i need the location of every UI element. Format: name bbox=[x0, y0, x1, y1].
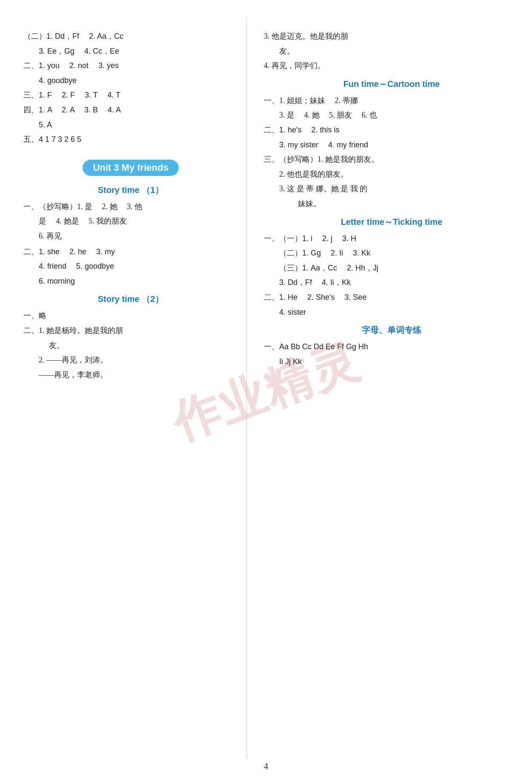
list-item: 是 4. 她是 5. 我的朋友 bbox=[39, 215, 238, 228]
list-item: 4. friend 5. goodbye bbox=[39, 260, 238, 273]
list-item: 二、1. He 2. She's 3. See bbox=[264, 291, 519, 304]
story-time-2-section: Story time （2） 一、略 二、1. 她是杨玲。她是我的朋 友。 2.… bbox=[23, 293, 238, 381]
list-item: 一、1. 姐姐；妹妹 2. 蒂娜 bbox=[264, 94, 519, 107]
fun-cartoon-section: Fun time～Cartoon time 一、1. 姐姐；妹妹 2. 蒂娜 3… bbox=[264, 78, 519, 210]
list-item: 3. 他是迈克。他是我的朋 bbox=[264, 30, 519, 43]
list-item: 一、Aa Bb Cc Dd Ee Ff Gg Hh bbox=[264, 340, 519, 353]
list-item: 二、1. you 2. not 3. yes bbox=[23, 59, 238, 72]
left-column: （二）1. Dd，Ff 2. Aa，Cc 3. Ee，Gg 4. Cc，Ee 二… bbox=[0, 17, 247, 758]
story-time-1-section: Story time （1） 一、（抄写略）1. 是 2. 她 3. 他 是 4… bbox=[23, 184, 238, 288]
list-item: Ii Jj Kk bbox=[279, 355, 519, 368]
list-item: 4. goodbye bbox=[39, 74, 238, 87]
story-time-2-label: Story time bbox=[98, 294, 140, 304]
story-time-1-num: （1） bbox=[142, 185, 163, 195]
right-column: 3. 他是迈克。他是我的朋 友。 4. 再见，同学们。 Fun time～Car… bbox=[247, 17, 532, 758]
list-item: 4. sister bbox=[279, 306, 519, 319]
letter-word-section: 字母、单词专练 一、Aa Bb Cc Dd Ee Ff Gg Hh Ii Jj … bbox=[264, 325, 519, 368]
list-item: （二）1. Dd，Ff 2. Aa，Cc bbox=[23, 30, 238, 43]
story-time-1-label: Story time bbox=[98, 185, 140, 195]
list-item: 一、略 bbox=[23, 309, 238, 322]
list-item: ——再见，李老师。 bbox=[39, 368, 238, 382]
list-item: 2. ——再见，刘涛。 bbox=[39, 353, 238, 367]
story-time-1-title: Story time （1） bbox=[23, 184, 238, 196]
list-item: 3. Dd，Ff 4. Ii，Kk bbox=[279, 276, 519, 289]
story-time-2-num: （2） bbox=[142, 294, 163, 304]
list-item: 友。 bbox=[49, 339, 238, 352]
list-item: 二、1. 她是杨玲。她是我的朋 bbox=[23, 324, 238, 337]
list-item: 3. 这 是 蒂 娜。她 是 我 的 bbox=[279, 182, 519, 195]
list-item: 6. 再见 bbox=[39, 230, 238, 243]
pre-unit-section: （二）1. Dd，Ff 2. Aa，Cc 3. Ee，Gg 4. Cc，Ee 二… bbox=[23, 30, 238, 146]
list-item: 3. 是 4. 她 5. 朋友 6. 也 bbox=[279, 109, 519, 122]
unit-badge-wrapper: Unit 3 My friends bbox=[23, 152, 238, 180]
list-item: 三、1. F 2. F 3. T 4. T bbox=[23, 89, 238, 102]
list-item: （二）1. Gg 2. Ii 3. Kk bbox=[279, 247, 519, 260]
list-item: 4. 再见，同学们。 bbox=[264, 59, 519, 72]
list-item: 二、1. she 2. he 3. my bbox=[23, 245, 238, 258]
list-item: 二、1. he's 2. this is bbox=[264, 123, 519, 137]
letter-ticking-section: Letter time～Ticking time 一、（一）1. i 2. j … bbox=[264, 216, 519, 319]
page: （二）1. Dd，Ff 2. Aa，Cc 3. Ee，Gg 4. Cc，Ee 二… bbox=[0, 0, 532, 784]
letter-ticking-title: Letter time～Ticking time bbox=[264, 216, 519, 228]
list-item: 2. 他也是我的朋友。 bbox=[279, 168, 519, 181]
list-item: 5. A bbox=[39, 118, 238, 132]
list-item: 一、（抄写略）1. 是 2. 她 3. 他 bbox=[23, 200, 238, 213]
letter-word-title: 字母、单词专练 bbox=[264, 325, 519, 336]
list-item: 三、（抄写略）1. 她是我的朋友。 bbox=[264, 153, 519, 166]
pre-fun-section: 3. 他是迈克。他是我的朋 友。 4. 再见，同学们。 bbox=[264, 30, 519, 72]
list-item: 五、4 1 7 3 2 6 5 bbox=[23, 133, 238, 146]
page-number: 4 bbox=[264, 761, 268, 771]
unit-badge: Unit 3 My friends bbox=[83, 160, 178, 176]
list-item: 3. my sister 4. my friend bbox=[279, 138, 519, 152]
story-time-2-title: Story time （2） bbox=[23, 293, 238, 305]
list-item: 友。 bbox=[279, 45, 519, 58]
fun-cartoon-title: Fun time～Cartoon time bbox=[264, 78, 519, 90]
list-item: 6. morning bbox=[39, 275, 238, 288]
list-item: 四、1. A 2. A 3. B 4. A bbox=[23, 103, 238, 117]
list-item: 妹妹。 bbox=[298, 197, 519, 210]
list-item: 3. Ee，Gg 4. Cc，Ee bbox=[39, 45, 238, 58]
list-item: （三）1. Aa，Cc 2. Hh，Jj bbox=[279, 261, 519, 275]
list-item: 一、（一）1. i 2. j 3. H bbox=[264, 232, 519, 245]
